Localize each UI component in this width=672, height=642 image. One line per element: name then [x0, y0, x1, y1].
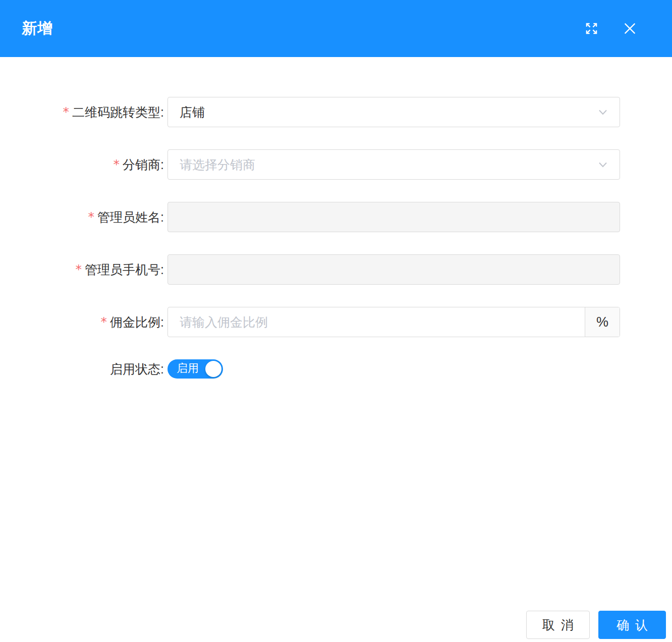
field-label: * 二维码跳转类型: — [0, 104, 167, 120]
form-row-admin-phone: * 管理员手机号: — [0, 254, 672, 285]
required-marker: * — [76, 262, 82, 277]
commission-rate-input[interactable] — [168, 307, 585, 337]
required-marker: * — [114, 157, 120, 172]
field-label: * 分销商: — [0, 157, 167, 172]
form-row-qr-jump-type: * 二维码跳转类型: 店铺 — [0, 97, 672, 127]
field-label: * 管理员姓名: — [0, 209, 167, 225]
percent-addon: % — [585, 307, 620, 337]
field-label: * 佣金比例: — [0, 314, 167, 330]
switch-on-label: 启用 — [177, 363, 199, 375]
form-row-distributor: * 分销商: 请选择分销商 — [0, 149, 672, 180]
required-marker: * — [88, 209, 95, 225]
form-row-commission-rate: * 佣金比例: % — [0, 307, 672, 337]
distributor-select[interactable]: 请选择分销商 — [167, 149, 620, 180]
field-label-text: 启用状态: — [110, 361, 164, 377]
confirm-button[interactable]: 确认 — [598, 611, 666, 639]
fullscreen-icon[interactable] — [584, 22, 598, 36]
field-label: * 启用状态: — [0, 361, 167, 377]
chevron-down-icon — [595, 157, 610, 172]
field-label-text: 二维码跳转类型: — [72, 104, 164, 120]
add-new-modal: 新增 * 二维码跳转类型: — [0, 0, 672, 642]
close-icon[interactable] — [623, 22, 637, 36]
admin-name-input — [167, 202, 620, 232]
select-placeholder: 请选择分销商 — [180, 156, 255, 173]
chevron-down-icon — [595, 104, 610, 120]
form-row-enable-status: * 启用状态: 启用 — [0, 359, 672, 379]
modal-footer: 取消 确认 — [0, 611, 672, 642]
field-label-text: 管理员手机号: — [85, 262, 164, 277]
modal-form: * 二维码跳转类型: 店铺 * 分销商: — [0, 57, 672, 611]
header-actions — [584, 22, 637, 36]
switch-handle — [205, 361, 221, 377]
cancel-button[interactable]: 取消 — [526, 611, 590, 639]
required-marker: * — [101, 314, 107, 330]
field-label-text: 分销商: — [123, 157, 164, 172]
field-label-text: 管理员姓名: — [97, 209, 164, 225]
enable-status-switch[interactable]: 启用 — [167, 359, 223, 379]
field-label: * 管理员手机号: — [0, 262, 167, 277]
select-value: 店铺 — [180, 104, 205, 121]
admin-phone-input — [167, 254, 620, 285]
qr-jump-type-select[interactable]: 店铺 — [167, 97, 620, 127]
modal-title: 新增 — [22, 18, 584, 39]
field-label-text: 佣金比例: — [110, 314, 164, 330]
form-row-admin-name: * 管理员姓名: — [0, 202, 672, 232]
commission-rate-input-group: % — [167, 307, 620, 337]
modal-header: 新增 — [0, 0, 672, 57]
required-marker: * — [63, 104, 70, 120]
